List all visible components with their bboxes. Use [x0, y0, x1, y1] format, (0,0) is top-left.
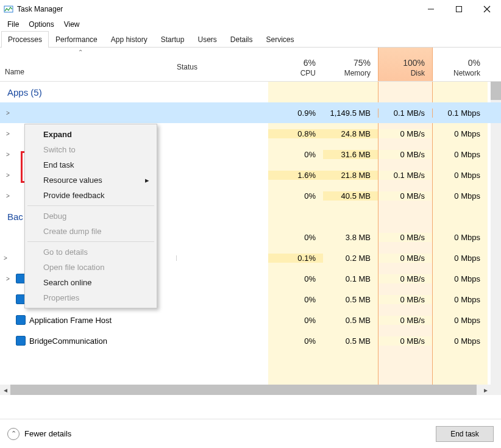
process-icon [16, 108, 26, 118]
cell-network: 0 Mbps [433, 295, 488, 304]
tab-app-history[interactable]: App history [104, 31, 154, 48]
tab-users[interactable]: Users [191, 31, 223, 48]
context-menu-separator [27, 241, 154, 242]
cell-memory: 0.5 MB [323, 336, 378, 346]
process-icon [11, 253, 21, 263]
cell-network: 0 Mbps [433, 150, 488, 159]
column-name[interactable]: ⌃ Name [0, 48, 177, 81]
tab-services[interactable]: Services [260, 31, 301, 48]
context-menu-resource-values-label: Resource values [43, 176, 102, 185]
maximize-button[interactable] [445, 0, 473, 18]
column-status[interactable]: Status [177, 48, 268, 81]
process-name-suffix: Mo... [176, 254, 177, 263]
context-menu-resource-values[interactable]: Resource values ▸ [26, 172, 155, 188]
fewer-details-button[interactable]: ⌃ Fewer details [7, 428, 71, 440]
expand-icon[interactable]: > [4, 255, 7, 261]
cell-memory: 0.5 MB [323, 295, 378, 304]
close-button[interactable] [473, 0, 501, 18]
cell-memory: 0.5 MB [323, 316, 378, 325]
titlebar: Task Manager [0, 0, 501, 18]
cell-disk: 0 MB/s [378, 295, 433, 304]
context-menu-debug: Debug [26, 208, 155, 224]
cell-network: 0 Mbps [433, 336, 488, 346]
cell-disk: 0 MB/s [378, 316, 433, 325]
column-memory-label: Memory [344, 69, 371, 81]
tab-startup[interactable]: Startup [154, 31, 191, 48]
context-menu-expand[interactable]: Expand [26, 127, 155, 142]
menu-options[interactable]: Options [24, 19, 59, 30]
tab-processes[interactable]: Processes [1, 31, 49, 48]
column-disk[interactable]: 100% Disk [378, 48, 433, 81]
column-memory-percent: 75% [354, 58, 371, 69]
section-apps-label: Apps (5) [0, 87, 268, 98]
cell-network: 0 Mbps [433, 129, 488, 138]
window-title: Task Manager [17, 5, 63, 13]
expand-icon[interactable]: > [4, 151, 12, 158]
context-menu-properties: Properties [26, 290, 155, 305]
cell-memory: 31.6 MB [323, 150, 378, 159]
cell-cpu: 0% [268, 150, 323, 159]
end-task-button[interactable]: End task [436, 426, 494, 442]
table-row[interactable]: > 0.9% 1,149.5 MB 0.1 MB/s 0.1 Mbps [0, 102, 501, 123]
column-cpu-percent: 6% [304, 58, 316, 69]
context-menu-open-file-location: Open file location [26, 260, 155, 275]
tab-performance[interactable]: Performance [49, 31, 104, 48]
cell-network: 0 Mbps [433, 254, 488, 263]
context-menu-provide-feedback[interactable]: Provide feedback [26, 188, 155, 203]
fewer-details-label: Fewer details [24, 429, 71, 438]
cell-network: 0.1 Mbps [433, 108, 488, 118]
footer: ⌃ Fewer details End task [0, 419, 501, 448]
svg-rect-2 [457, 7, 462, 12]
cell-disk: 0 MB/s [378, 336, 433, 346]
svg-rect-0 [4, 6, 13, 12]
table-row[interactable]: BridgeCommunication 0% 0.5 MB 0 MB/s 0 M… [0, 330, 501, 351]
expand-icon[interactable]: > [4, 130, 12, 137]
cell-network: 0 Mbps [433, 316, 488, 325]
table-row[interactable]: Application Frame Host 0% 0.5 MB 0 MB/s … [0, 310, 501, 330]
section-apps[interactable]: Apps (5) [0, 82, 501, 102]
menu-view[interactable]: View [59, 19, 85, 30]
minimize-button[interactable] [417, 0, 445, 18]
column-cpu[interactable]: 6% CPU [268, 48, 323, 81]
context-menu-separator [27, 205, 154, 206]
cell-network: 0 Mbps [433, 191, 488, 201]
context-menu-create-dump: Create dump file [26, 224, 155, 239]
cell-memory: 3.8 MB [323, 233, 378, 242]
cell-disk: 0.1 MB/s [378, 108, 433, 118]
expand-icon[interactable]: > [4, 172, 12, 179]
expand-icon[interactable]: > [4, 276, 12, 282]
menubar: File Options View [0, 18, 501, 30]
tab-details[interactable]: Details [224, 31, 260, 48]
cell-memory: 0.1 MB [323, 274, 378, 283]
column-headers: ⌃ Name Status 6% CPU 75% Memory 100% Dis… [0, 48, 501, 82]
cell-memory: 21.8 MB [323, 171, 378, 180]
cell-disk: 0 MB/s [378, 191, 433, 201]
cell-disk: 0 MB/s [378, 150, 433, 159]
expand-icon[interactable]: > [4, 110, 12, 116]
expand-icon[interactable]: > [4, 193, 12, 199]
scroll-left-button[interactable]: ◂ [0, 385, 10, 395]
column-disk-percent: 100% [403, 58, 425, 69]
cell-cpu: 0.1% [268, 254, 323, 263]
column-network[interactable]: 0% Network [433, 48, 488, 81]
horizontal-scrollbar-thumb[interactable] [10, 385, 477, 395]
tab-strip: Processes Performance App history Startu… [0, 30, 501, 48]
column-name-label: Name [5, 68, 24, 81]
horizontal-scrollbar[interactable]: ◂ ▸ [0, 385, 491, 395]
cell-cpu: 0% [268, 336, 323, 346]
column-status-label: Status [177, 63, 197, 76]
column-cpu-label: CPU [300, 69, 316, 81]
cell-cpu: 0% [268, 233, 323, 242]
process-icon [16, 336, 26, 346]
cell-disk: 0 MB/s [378, 254, 433, 263]
cell-disk: 0 MB/s [378, 233, 433, 242]
cell-cpu: 0% [268, 191, 323, 201]
context-menu-search-online[interactable]: Search online [26, 275, 155, 290]
process-name: BridgeCommunication [29, 336, 107, 346]
cell-cpu: 0.9% [268, 108, 323, 118]
context-menu-end-task[interactable]: End task [26, 157, 155, 172]
scroll-right-button[interactable]: ▸ [480, 385, 491, 395]
column-memory[interactable]: 75% Memory [323, 48, 378, 81]
menu-file[interactable]: File [2, 19, 24, 30]
context-menu-go-to-details: Go to details [26, 244, 155, 260]
